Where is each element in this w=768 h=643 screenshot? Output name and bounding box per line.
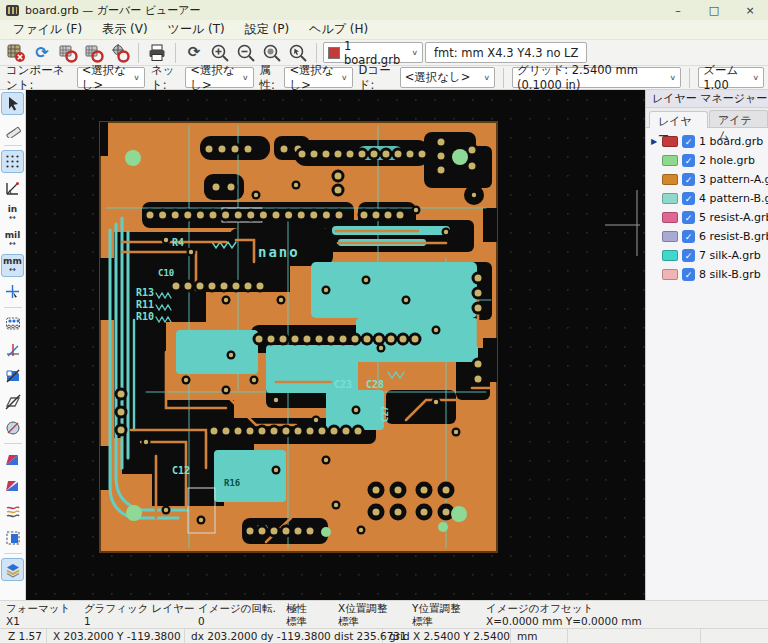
layer-row-resist-B.grb[interactable]: ✓6 resist-B.grb bbox=[648, 227, 768, 246]
reload-icon: ⟳ bbox=[35, 45, 48, 61]
label-c23: C23 bbox=[334, 379, 352, 390]
layer-row-hole.grb[interactable]: ✓2 hole.grb bbox=[648, 151, 768, 170]
layer-row-pattern-B.grb[interactable]: ✓4 pattern-B.grb bbox=[648, 189, 768, 208]
attribute-value: <選択なし> bbox=[289, 63, 337, 93]
zoom-out-button[interactable] bbox=[234, 42, 258, 64]
units-mm-button[interactable]: mm ↔ bbox=[1, 254, 24, 277]
tab-items[interactable]: アイテム bbox=[709, 110, 768, 127]
zoom-in-icon bbox=[210, 43, 230, 63]
attribute-select[interactable]: <選択なし> ∨ bbox=[284, 67, 352, 88]
show-dcodes-button[interactable] bbox=[1, 312, 24, 335]
crosshair-cursor-icon bbox=[5, 284, 20, 299]
layer-color-swatch[interactable] bbox=[662, 231, 678, 242]
status-position: X 203.2000 Y -119.3800 bbox=[47, 629, 185, 643]
flip-axes-icon bbox=[5, 342, 21, 358]
close-button[interactable]: × bbox=[732, 0, 768, 20]
zoom-selection-button[interactable] bbox=[286, 42, 310, 64]
layer-visibility-checkbox[interactable]: ✓ bbox=[682, 192, 695, 205]
layer-visibility-checkbox[interactable]: ✓ bbox=[682, 154, 695, 167]
layer-color-swatch[interactable] bbox=[662, 193, 678, 204]
units-inch-button[interactable]: in ↔ bbox=[1, 202, 24, 225]
sketch-lines-button[interactable] bbox=[1, 390, 24, 413]
sketch-flashed-items-button[interactable] bbox=[1, 364, 24, 387]
minimize-button[interactable]: – bbox=[660, 0, 696, 20]
reload-all-layers-button[interactable]: ⟳ bbox=[30, 42, 54, 64]
zoom-select[interactable]: ズーム 1.00 ∨ bbox=[698, 67, 764, 88]
active-layer-select[interactable]: 1 board.grb ∨ bbox=[323, 42, 423, 63]
component-label: コンポーネント: bbox=[6, 63, 73, 93]
net-select[interactable]: <選択なし> ∨ bbox=[185, 67, 253, 88]
layer-color-swatch[interactable] bbox=[662, 155, 678, 166]
redraw-view-button[interactable]: ⟳ bbox=[182, 42, 206, 64]
open-gerber-files-button[interactable] bbox=[56, 42, 80, 64]
label-r4: R4 bbox=[172, 237, 184, 248]
tab-layers[interactable]: レイヤー bbox=[649, 111, 708, 128]
layer-label: 4 pattern-B.grb bbox=[699, 192, 768, 205]
show-negative-objects-button[interactable] bbox=[1, 448, 24, 471]
print-button[interactable] bbox=[145, 42, 169, 64]
left-toolbar-separator bbox=[4, 553, 22, 554]
grid-toggle-button[interactable] bbox=[1, 150, 24, 173]
left-toolbar: in ↔ mil ↔ mm ↔ bbox=[0, 90, 26, 600]
layer-label: 3 pattern-A.grb bbox=[699, 173, 768, 186]
layer-visibility-checkbox[interactable]: ✓ bbox=[682, 249, 695, 262]
sketch-polygons-button[interactable] bbox=[1, 416, 24, 439]
layer-color-swatch[interactable] bbox=[662, 269, 678, 280]
clear-all-layers-button[interactable] bbox=[4, 42, 28, 64]
units-mil-button[interactable]: mil ↔ bbox=[1, 228, 24, 251]
layer-row-silk-B.grb[interactable]: ✓8 silk-B.grb bbox=[648, 265, 768, 284]
layer-color-swatch[interactable] bbox=[662, 250, 678, 261]
open-recent-gerber-button[interactable] bbox=[82, 42, 106, 64]
diff-mode-button[interactable] bbox=[1, 500, 24, 523]
layer-visibility-checkbox[interactable]: ✓ bbox=[682, 230, 695, 243]
cursor-shape-button[interactable] bbox=[1, 280, 24, 303]
grid-select[interactable]: グリッド: 2.5400 mm (0.1000 in) ∨ bbox=[512, 67, 681, 88]
zoom-in-button[interactable] bbox=[208, 42, 232, 64]
layer-row-silk-A.grb[interactable]: ✓7 silk-A.grb bbox=[648, 246, 768, 265]
info-polarity: 極性標準 bbox=[286, 602, 316, 628]
info-value: 標準 bbox=[412, 615, 464, 628]
layer-visibility-checkbox[interactable]: ✓ bbox=[682, 173, 695, 186]
page-limits-button[interactable] bbox=[1, 526, 24, 549]
layer-visibility-checkbox[interactable]: ✓ bbox=[682, 268, 695, 281]
layer-color-swatch[interactable] bbox=[662, 212, 678, 223]
measure-tool-button[interactable] bbox=[1, 118, 24, 141]
gerber-drawing: nano R4 R13 R11 R10 C10 C23 C28 C27 C12 … bbox=[26, 90, 645, 600]
menu-tools[interactable]: ツール (T) bbox=[159, 19, 234, 40]
label-c28: C28 bbox=[366, 379, 384, 390]
menu-preferences[interactable]: 設定 (P) bbox=[236, 19, 298, 40]
print-icon bbox=[147, 43, 167, 63]
status-grid: grid X 2.5400 Y 2.5400 bbox=[383, 629, 511, 643]
flip-view-button[interactable] bbox=[1, 338, 24, 361]
ghost-dcodes-button[interactable] bbox=[1, 474, 24, 497]
polar-coords-button[interactable] bbox=[1, 176, 24, 199]
layer-manager-toggle-button[interactable] bbox=[1, 558, 24, 581]
layer-row-pattern-A.grb[interactable]: ✓3 pattern-A.grb bbox=[648, 170, 768, 189]
layer-color-swatch[interactable] bbox=[662, 174, 678, 185]
layer-row-resist-A.grb[interactable]: ✓5 resist-A.grb bbox=[648, 208, 768, 227]
menu-bar: ファイル (F) 表示 (V) ツール (T) 設定 (P) ヘルプ (H) bbox=[0, 20, 768, 40]
chevron-down-icon: ∨ bbox=[752, 74, 759, 82]
status-bar: Z 1.57 X 203.2000 Y -119.3800 dx 203.200… bbox=[0, 628, 768, 643]
open-drill-file-button[interactable] bbox=[108, 42, 132, 64]
dcode-color-icon bbox=[5, 478, 21, 494]
pcb-canvas[interactable]: nano R4 R13 R11 R10 C10 C23 C28 C27 C12 … bbox=[26, 90, 645, 600]
dcode-select[interactable]: <選択なし> ∨ bbox=[400, 67, 495, 88]
menu-view[interactable]: 表示 (V) bbox=[93, 19, 156, 40]
layer-visibility-checkbox[interactable]: ✓ bbox=[682, 211, 695, 224]
menu-file[interactable]: ファイル (F) bbox=[4, 19, 91, 40]
menu-help[interactable]: ヘルプ (H) bbox=[300, 19, 377, 40]
maximize-button[interactable]: □ bbox=[696, 0, 732, 20]
component-select[interactable]: <選択なし> ∨ bbox=[77, 67, 145, 88]
zoom-fit-button[interactable] bbox=[260, 42, 284, 64]
toolbar-separator bbox=[175, 43, 176, 63]
info-format: フォーマットX1 bbox=[6, 602, 62, 628]
select-tool-button[interactable] bbox=[1, 92, 24, 115]
filter-toolbar: コンポーネント: <選択なし> ∨ ネット: <選択なし> ∨ 属性: <選択な… bbox=[0, 66, 768, 90]
cursor-arrow-icon bbox=[6, 96, 20, 111]
info-label: Y位置調整 bbox=[412, 602, 464, 615]
layer-visibility-checkbox[interactable]: ✓ bbox=[682, 135, 695, 148]
grid-value: グリッド: 2.5400 mm (0.1000 in) bbox=[517, 63, 665, 92]
left-toolbar-separator bbox=[4, 443, 22, 444]
info-label: X位置調整 bbox=[338, 602, 390, 615]
